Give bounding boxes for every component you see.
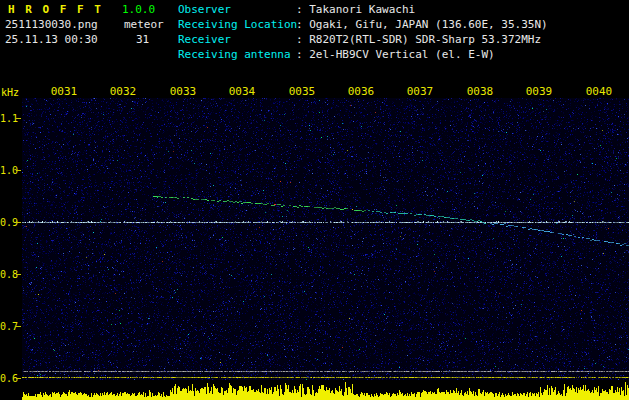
time-tick-label: 0039 — [520, 85, 558, 98]
output-filename: 2511130030.png — [5, 18, 98, 31]
freq-tick-mark — [16, 274, 21, 275]
info-row-observer: Observer : Takanori Kawachi — [178, 3, 415, 16]
freq-tick-mark — [16, 118, 21, 119]
time-tick-label: 0034 — [223, 85, 261, 98]
signal-strip-canvas — [22, 381, 629, 400]
freq-tick-mark — [16, 378, 21, 379]
time-tick-label: 0037 — [401, 85, 439, 98]
time-tick-label: 0032 — [104, 85, 142, 98]
time-tick-label: 0036 — [342, 85, 380, 98]
spectrogram-canvas — [22, 98, 629, 380]
time-tick-label: 0038 — [461, 85, 499, 98]
info-label: Receiving antenna — [178, 48, 296, 61]
info-value: : Ogaki, Gifu, JAPAN (136.60E, 35.35N) — [296, 18, 548, 31]
info-row-receiver: Receiver : R820T2(RTL-SDR) SDR-Sharp 53.… — [178, 33, 541, 46]
freq-tick-mark — [16, 326, 21, 327]
info-label: Receiver — [178, 33, 296, 46]
freq-tick-label: 0.9 — [0, 216, 15, 229]
freq-tick-label: 1.1 — [0, 112, 15, 125]
info-value: : R820T2(RTL-SDR) SDR-Sharp 53.372MHz — [296, 33, 541, 46]
y-axis-unit-label: kHz — [1, 86, 19, 99]
freq-tick-label: 0.7 — [0, 320, 15, 333]
info-row-location: Receiving Location : Ogaki, Gifu, JAPAN … — [178, 18, 548, 31]
info-row-antenna: Receiving antenna : 2el-HB9CV Vertical (… — [178, 48, 495, 61]
mode-label: meteor — [124, 18, 164, 31]
time-tick-label: 0040 — [580, 85, 618, 98]
info-value: : Takanori Kawachi — [296, 3, 415, 16]
time-tick-label: 0033 — [164, 85, 202, 98]
freq-tick-mark — [16, 222, 21, 223]
info-value: : 2el-HB9CV Vertical (el. E-W) — [296, 48, 495, 61]
freq-tick-label: 1.0 — [0, 164, 15, 177]
freq-tick-label: 0.6 — [0, 372, 15, 385]
time-tick-label: 0035 — [283, 85, 321, 98]
info-label: Receiving Location — [178, 18, 296, 31]
app-title: H R O F F T — [8, 3, 103, 16]
app-version: 1.0.0 — [122, 3, 155, 16]
echo-count: 31 — [136, 33, 149, 46]
hrofft-screen: H R O F F T 1.0.0 2511130030.png meteor … — [0, 0, 629, 400]
info-label: Observer — [178, 3, 296, 16]
observation-datetime: 25.11.13 00:30 — [5, 33, 98, 46]
time-tick-label: 0031 — [45, 85, 83, 98]
freq-tick-mark — [16, 170, 21, 171]
freq-tick-label: 0.8 — [0, 268, 15, 281]
